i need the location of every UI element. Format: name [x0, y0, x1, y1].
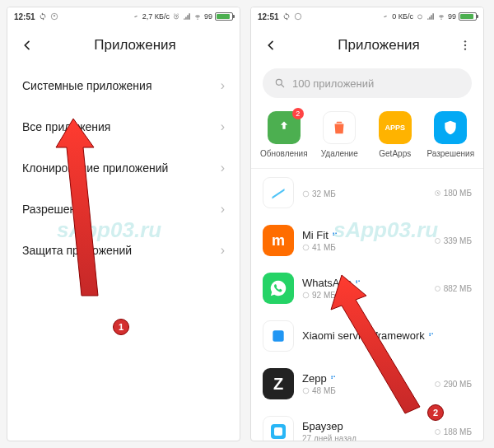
- sync-icon: [39, 12, 47, 21]
- yandex-icon: [294, 12, 302, 21]
- quick-uninstall[interactable]: Удаление: [313, 111, 366, 158]
- settings-item-app-protection[interactable]: Защита приложений ›: [7, 230, 240, 271]
- svg-point-11: [435, 238, 440, 243]
- app-icon: [263, 416, 294, 441]
- app-size: 41 МБ: [302, 243, 426, 252]
- menu-button[interactable]: [454, 34, 477, 57]
- signal-icon: [426, 12, 435, 21]
- clock-icon: [434, 237, 441, 245]
- app-row[interactable]: 32 МБ 180 МБ: [251, 169, 483, 217]
- getapps-icon: APPS: [384, 124, 405, 132]
- app-icon: m: [263, 225, 294, 256]
- loading-icon: ⠋: [428, 332, 434, 341]
- loading-icon: ⠋: [332, 231, 338, 240]
- clock-icon: [434, 189, 441, 197]
- quick-label: Обновления: [260, 149, 308, 158]
- storage-icon: [302, 292, 310, 299]
- app-size: 48 МБ: [302, 386, 426, 395]
- quick-permissions[interactable]: Разрешения: [424, 111, 477, 158]
- alarm-icon: [416, 12, 424, 21]
- app-name: WhatsApp⠋: [302, 277, 426, 289]
- app-name: Браузер: [302, 420, 426, 432]
- chevron-right-icon: ›: [221, 202, 225, 217]
- app-row-mifit[interactable]: m Mi Fit⠋ 41 МБ 339 МБ: [251, 217, 483, 264]
- app-row-whatsapp[interactable]: WhatsApp⠋ 92 МБ 882 МБ: [251, 264, 483, 312]
- loading-icon: ⠋: [330, 375, 336, 384]
- svg-point-3: [417, 15, 422, 19]
- chevron-right-icon: ›: [221, 243, 225, 258]
- settings-item-clone-apps[interactable]: Клонирование приложений ›: [7, 147, 240, 189]
- svg-point-15: [303, 388, 309, 394]
- wifi-icon: [437, 12, 445, 21]
- storage-icon: [302, 190, 310, 198]
- search-input[interactable]: 100 приложений: [263, 68, 472, 98]
- loading-icon: ⠋: [355, 279, 361, 288]
- status-bar: 12:51 0 КБ/с 99: [251, 7, 483, 26]
- updown-icon: [132, 12, 140, 21]
- app-row-zepp[interactable]: Z Zepp⠋ 48 МБ 290 МБ: [251, 360, 483, 408]
- svg-point-5: [464, 44, 466, 46]
- settings-label: Все приложения: [22, 120, 110, 133]
- search-icon: [274, 77, 286, 89]
- svg-point-6: [464, 48, 466, 49]
- settings-label: Системные приложения: [22, 79, 152, 92]
- wifi-icon: [193, 12, 202, 21]
- svg-point-16: [435, 381, 440, 386]
- app-row-browser[interactable]: Браузер 27 дней назад 188 МБ: [251, 408, 483, 441]
- app-icon: [263, 177, 294, 208]
- quick-label: Разрешения: [426, 149, 474, 158]
- yandex-icon: [50, 12, 58, 21]
- app-size: 92 МБ: [302, 291, 426, 300]
- sync-icon: [282, 12, 291, 21]
- svg-point-0: [51, 13, 58, 20]
- app-icon: Z: [263, 368, 294, 399]
- settings-item-system-apps[interactable]: Системные приложения ›: [7, 65, 240, 106]
- app-list[interactable]: 32 МБ 180 МБ m Mi Fit⠋ 41 МБ 339 МБ What…: [251, 169, 483, 441]
- app-time: 180 МБ: [434, 189, 472, 198]
- alarm-icon: [172, 12, 180, 21]
- back-button[interactable]: [259, 34, 282, 57]
- signal-icon: [183, 12, 191, 21]
- phone-left: 12:51 2,7 КБ/с 99 Приложения Системные п…: [7, 7, 240, 441]
- update-badge: 2: [292, 108, 304, 119]
- quick-getapps[interactable]: APPS GetApps: [369, 111, 422, 158]
- clock-icon: [434, 285, 441, 292]
- search-placeholder: 100 приложений: [292, 77, 374, 90]
- whatsapp-icon: [269, 279, 287, 297]
- status-time: 12:51: [258, 12, 279, 21]
- svg-rect-18: [274, 427, 282, 436]
- app-time: 290 МБ: [434, 380, 472, 389]
- back-button[interactable]: [16, 34, 39, 57]
- chevron-right-icon: ›: [221, 78, 225, 93]
- app-icon: [263, 320, 294, 352]
- settings-item-permissions[interactable]: Разрешения ›: [7, 189, 240, 230]
- updown-icon: [381, 12, 389, 21]
- battery-pct: 99: [204, 12, 212, 21]
- app-icon: [263, 273, 294, 304]
- chevron-left-icon: [21, 39, 34, 52]
- svg-point-4: [464, 40, 466, 42]
- settings-item-all-apps[interactable]: Все приложения ›: [7, 106, 240, 147]
- shield-icon: [442, 119, 459, 136]
- app-row-xiaomi-framework[interactable]: Xiaomi service framework⠋: [251, 312, 483, 360]
- app-time: 188 МБ: [434, 427, 472, 436]
- settings-list: Системные приложения › Все приложения › …: [7, 65, 240, 441]
- battery-pct: 99: [448, 12, 456, 21]
- chevron-left-icon: [264, 39, 277, 52]
- svg-point-13: [435, 286, 440, 291]
- settings-label: Защита приложений: [22, 244, 132, 257]
- chevron-right-icon: ›: [221, 161, 225, 175]
- app-size: 27 дней назад: [302, 434, 426, 441]
- app-name: Zepp⠋: [302, 372, 426, 385]
- clock-icon: [434, 380, 441, 388]
- status-bar: 12:51 2,7 КБ/с 99: [7, 7, 240, 26]
- quick-updates[interactable]: 2 Обновления: [258, 111, 310, 158]
- app-time: 882 МБ: [434, 284, 472, 293]
- app-time: 339 МБ: [434, 236, 472, 245]
- status-speed: 0 КБ/с: [392, 12, 413, 21]
- more-vert-icon: [459, 39, 472, 52]
- browser-icon: [268, 422, 288, 441]
- app-name: Xiaomi service framework⠋: [302, 329, 472, 342]
- phone-right: 12:51 0 КБ/с 99 Приложения 100 приложени…: [250, 7, 484, 441]
- chevron-right-icon: ›: [221, 119, 225, 134]
